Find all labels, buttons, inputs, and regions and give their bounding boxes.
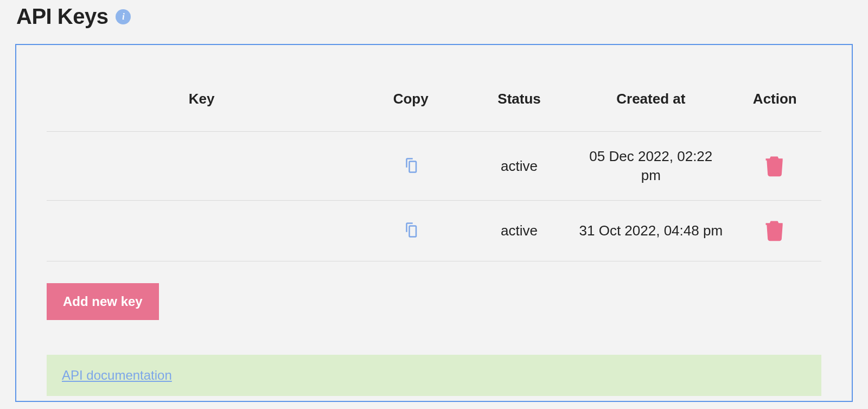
- cell-copy: [356, 201, 465, 261]
- column-header-copy: Copy: [356, 75, 465, 132]
- api-documentation-link[interactable]: API documentation: [62, 368, 172, 382]
- cell-copy: [356, 132, 465, 201]
- cell-action: [729, 201, 821, 261]
- copy-button[interactable]: [400, 155, 421, 177]
- cell-key: [47, 201, 356, 261]
- table-row: active 05 Dec 2022, 02:22 pm: [47, 132, 821, 201]
- copy-icon: [403, 222, 419, 240]
- trash-icon: [763, 154, 787, 179]
- api-keys-table: Key Copy Status Created at Action: [47, 75, 821, 261]
- cell-action: [729, 132, 821, 201]
- delete-button[interactable]: [761, 151, 789, 181]
- table-row: active 31 Oct 2022, 04:48 pm: [47, 201, 821, 261]
- api-documentation-banner: API documentation: [47, 355, 821, 396]
- info-icon[interactable]: i: [116, 9, 131, 24]
- cell-created: 05 Dec 2022, 02:22 pm: [573, 132, 729, 201]
- api-keys-card: Key Copy Status Created at Action: [15, 44, 853, 402]
- page-header: API Keys i: [15, 0, 853, 44]
- copy-button[interactable]: [400, 220, 421, 242]
- column-header-key: Key: [47, 75, 356, 132]
- page-title: API Keys: [16, 4, 108, 29]
- column-header-status: Status: [465, 75, 573, 132]
- cell-created: 31 Oct 2022, 04:48 pm: [573, 201, 729, 261]
- delete-button[interactable]: [761, 216, 789, 246]
- column-header-created: Created at: [573, 75, 729, 132]
- cell-status: active: [465, 201, 573, 261]
- trash-icon: [763, 218, 787, 244]
- column-header-action: Action: [729, 75, 821, 132]
- cell-key: [47, 132, 356, 201]
- copy-icon: [403, 157, 419, 175]
- cell-status: active: [465, 132, 573, 201]
- add-new-key-button[interactable]: Add new key: [47, 283, 159, 320]
